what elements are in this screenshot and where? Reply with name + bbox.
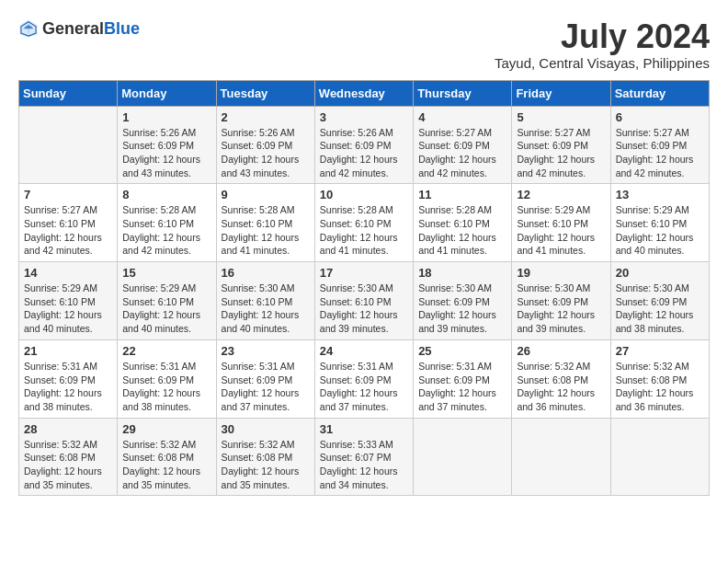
calendar-cell: 24Sunrise: 5:31 AMSunset: 6:09 PMDayligh… [314,339,413,418]
header-day-saturday: Saturday [610,80,709,106]
calendar-cell: 28Sunrise: 5:32 AMSunset: 6:08 PMDayligh… [19,418,118,496]
calendar-cell: 8Sunrise: 5:28 AMSunset: 6:10 PMDaylight… [118,184,216,262]
day-number: 6 [616,110,704,124]
day-detail: Sunrise: 5:26 AMSunset: 6:09 PMDaylight:… [122,126,210,180]
day-number: 8 [122,188,210,201]
calendar-cell: 27Sunrise: 5:32 AMSunset: 6:08 PMDayligh… [610,339,709,418]
day-detail: Sunrise: 5:31 AMSunset: 6:09 PMDaylight:… [320,360,408,414]
day-detail: Sunrise: 5:28 AMSunset: 6:10 PMDaylight:… [320,203,408,258]
calendar-cell: 5Sunrise: 5:27 AMSunset: 6:09 PMDaylight… [512,106,610,184]
calendar-cell: 21Sunrise: 5:31 AMSunset: 6:09 PMDayligh… [19,339,118,418]
header-row: SundayMondayTuesdayWednesdayThursdayFrid… [19,80,710,106]
location-subtitle: Tayud, Central Visayas, Philippines [495,55,710,71]
calendar-header: SundayMondayTuesdayWednesdayThursdayFrid… [19,80,710,106]
logo-text: GeneralBlue [42,19,140,39]
header-day-tuesday: Tuesday [216,80,314,106]
calendar-cell [414,418,512,496]
day-number: 26 [517,344,605,358]
day-number: 2 [222,110,310,124]
day-detail: Sunrise: 5:27 AMSunset: 6:10 PMDaylight:… [24,203,112,258]
day-number: 16 [222,266,310,280]
header-day-thursday: Thursday [414,80,512,106]
calendar-cell: 13Sunrise: 5:29 AMSunset: 6:10 PMDayligh… [610,184,709,262]
day-detail: Sunrise: 5:31 AMSunset: 6:09 PMDaylight:… [122,360,210,414]
day-number: 25 [418,344,506,358]
calendar-cell: 30Sunrise: 5:32 AMSunset: 6:08 PMDayligh… [216,418,314,496]
calendar-cell: 17Sunrise: 5:30 AMSunset: 6:10 PMDayligh… [314,262,413,340]
calendar-cell: 16Sunrise: 5:30 AMSunset: 6:10 PMDayligh… [216,262,314,340]
calendar-cell: 29Sunrise: 5:32 AMSunset: 6:08 PMDayligh… [118,418,216,496]
day-detail: Sunrise: 5:30 AMSunset: 6:10 PMDaylight:… [222,282,310,336]
day-detail: Sunrise: 5:32 AMSunset: 6:08 PMDaylight:… [616,360,704,414]
title-section: July 2024 Tayud, Central Visayas, Philip… [495,18,710,71]
calendar-cell: 6Sunrise: 5:27 AMSunset: 6:09 PMDaylight… [610,106,709,184]
day-detail: Sunrise: 5:28 AMSunset: 6:10 PMDaylight:… [122,203,210,258]
month-year-title: July 2024 [495,18,710,55]
calendar-cell: 18Sunrise: 5:30 AMSunset: 6:09 PMDayligh… [414,262,512,340]
day-number: 21 [24,344,112,358]
calendar-cell: 25Sunrise: 5:31 AMSunset: 6:09 PMDayligh… [414,339,512,418]
calendar-cell: 20Sunrise: 5:30 AMSunset: 6:09 PMDayligh… [610,262,709,340]
day-number: 3 [320,110,408,124]
day-detail: Sunrise: 5:31 AMSunset: 6:09 PMDaylight:… [222,360,310,414]
day-number: 17 [320,266,408,280]
day-number: 10 [320,188,408,201]
calendar-cell: 31Sunrise: 5:33 AMSunset: 6:07 PMDayligh… [314,418,413,496]
day-number: 19 [517,266,605,280]
header-day-monday: Monday [118,80,216,106]
day-detail: Sunrise: 5:29 AMSunset: 6:10 PMDaylight:… [122,282,210,336]
day-detail: Sunrise: 5:26 AMSunset: 6:09 PMDaylight:… [320,126,408,180]
day-number: 22 [122,344,210,358]
day-number: 11 [418,188,506,201]
day-detail: Sunrise: 5:33 AMSunset: 6:07 PMDaylight:… [320,438,408,492]
day-detail: Sunrise: 5:27 AMSunset: 6:09 PMDaylight:… [418,126,506,180]
calendar-cell: 22Sunrise: 5:31 AMSunset: 6:09 PMDayligh… [118,339,216,418]
calendar-cell: 9Sunrise: 5:28 AMSunset: 6:10 PMDaylight… [216,184,314,262]
day-number: 30 [222,422,310,436]
day-number: 5 [517,110,605,124]
calendar-cell [19,106,118,184]
day-number: 23 [222,344,310,358]
calendar-cell: 23Sunrise: 5:31 AMSunset: 6:09 PMDayligh… [216,339,314,418]
calendar-cell: 2Sunrise: 5:26 AMSunset: 6:09 PMDaylight… [216,106,314,184]
day-detail: Sunrise: 5:29 AMSunset: 6:10 PMDaylight:… [24,282,112,336]
calendar-cell: 14Sunrise: 5:29 AMSunset: 6:10 PMDayligh… [19,262,118,340]
calendar-cell: 1Sunrise: 5:26 AMSunset: 6:09 PMDaylight… [118,106,216,184]
day-detail: Sunrise: 5:29 AMSunset: 6:10 PMDaylight:… [517,203,605,258]
calendar-cell: 4Sunrise: 5:27 AMSunset: 6:09 PMDaylight… [414,106,512,184]
day-detail: Sunrise: 5:30 AMSunset: 6:09 PMDaylight:… [616,282,704,336]
calendar-cell: 12Sunrise: 5:29 AMSunset: 6:10 PMDayligh… [512,184,610,262]
day-detail: Sunrise: 5:26 AMSunset: 6:09 PMDaylight:… [222,126,310,180]
day-number: 31 [320,422,408,436]
day-number: 14 [24,266,112,280]
day-detail: Sunrise: 5:32 AMSunset: 6:08 PMDaylight:… [222,438,310,492]
day-detail: Sunrise: 5:31 AMSunset: 6:09 PMDaylight:… [418,360,506,414]
calendar-cell: 15Sunrise: 5:29 AMSunset: 6:10 PMDayligh… [118,262,216,340]
day-detail: Sunrise: 5:32 AMSunset: 6:08 PMDaylight:… [122,438,210,492]
calendar-cell [512,418,610,496]
logo-general: General [42,19,104,38]
day-number: 24 [320,344,408,358]
header-day-friday: Friday [512,80,610,106]
day-number: 28 [24,422,112,436]
day-detail: Sunrise: 5:28 AMSunset: 6:10 PMDaylight:… [418,203,506,258]
page-header: GeneralBlue July 2024 Tayud, Central Vis… [18,18,710,71]
day-number: 27 [616,344,704,358]
day-number: 9 [222,188,310,201]
day-number: 7 [24,188,112,201]
day-number: 20 [616,266,704,280]
day-detail: Sunrise: 5:31 AMSunset: 6:09 PMDaylight:… [24,360,112,414]
day-number: 29 [122,422,210,436]
calendar-body: 1Sunrise: 5:26 AMSunset: 6:09 PMDaylight… [19,106,710,496]
day-number: 1 [122,110,210,124]
day-number: 15 [122,266,210,280]
day-number: 4 [418,110,506,124]
day-number: 18 [418,266,506,280]
header-day-wednesday: Wednesday [314,80,413,106]
day-detail: Sunrise: 5:27 AMSunset: 6:09 PMDaylight:… [616,126,704,180]
calendar-cell: 3Sunrise: 5:26 AMSunset: 6:09 PMDaylight… [314,106,413,184]
day-detail: Sunrise: 5:30 AMSunset: 6:09 PMDaylight:… [517,282,605,336]
day-detail: Sunrise: 5:29 AMSunset: 6:10 PMDaylight:… [616,203,704,258]
general-blue-logo-icon [18,18,39,39]
calendar-week-2: 7Sunrise: 5:27 AMSunset: 6:10 PMDaylight… [19,184,710,262]
